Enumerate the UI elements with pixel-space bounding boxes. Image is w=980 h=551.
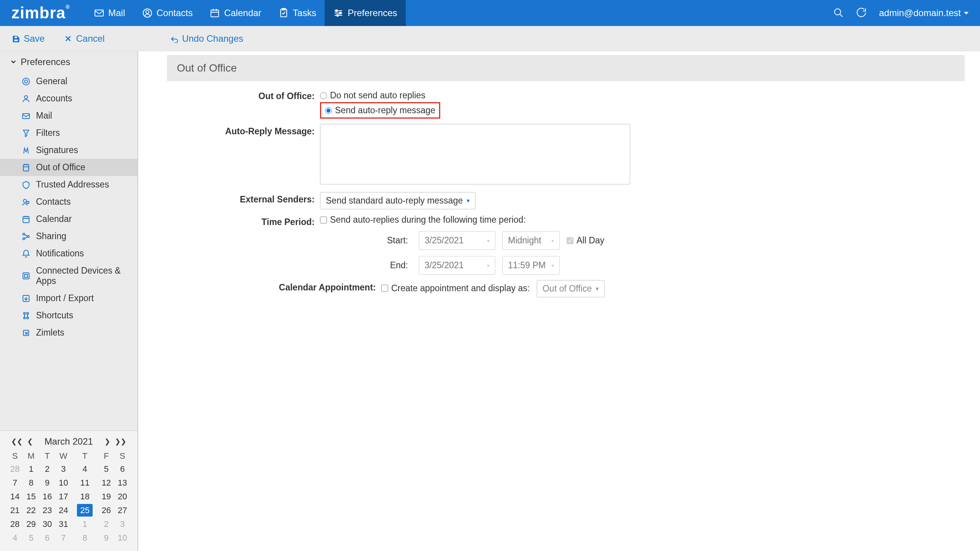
svg-rect-26 <box>27 313 28 314</box>
sidebar-item-import-export[interactable]: Import / Export <box>0 290 137 307</box>
all-day-checkbox-row[interactable]: All Day <box>567 235 604 246</box>
save-button[interactable]: Save <box>11 33 45 44</box>
sidebar-item-mail[interactable]: Mail <box>0 107 137 124</box>
close-icon <box>64 34 72 43</box>
minical-next-year[interactable]: ❯❯ <box>115 437 126 446</box>
minical-day[interactable]: 9 <box>98 531 114 545</box>
create-appointment-checkbox[interactable] <box>381 285 388 292</box>
sidebar-item-calendar[interactable]: Calendar <box>0 210 137 228</box>
time-period-checkbox-row[interactable]: Send auto-replies during the following t… <box>320 215 965 225</box>
autoreply-message-input[interactable] <box>320 124 630 184</box>
cancel-button[interactable]: Cancel <box>64 33 105 44</box>
start-date-input[interactable]: 3/25/2021▾ <box>419 231 495 250</box>
minical-day[interactable]: 13 <box>114 476 131 490</box>
minical-day[interactable]: 15 <box>23 490 39 504</box>
minical-day[interactable]: 12 <box>98 476 114 490</box>
tasks-icon <box>278 8 289 18</box>
minical-day[interactable]: 2 <box>39 462 55 476</box>
minical-day[interactable]: 8 <box>23 476 39 490</box>
minical-day[interactable]: 27 <box>114 504 131 517</box>
minical-day[interactable]: 24 <box>56 504 72 517</box>
minical-day[interactable]: 10 <box>56 476 72 490</box>
minical-day[interactable]: 2 <box>98 517 114 531</box>
minical-day[interactable]: 31 <box>56 517 72 531</box>
external-senders-select[interactable]: Send standard auto-reply message ▾ <box>320 192 475 209</box>
radio-no-autoreply[interactable]: Do not send auto replies <box>320 89 965 102</box>
minical-day[interactable]: 23 <box>39 504 55 517</box>
minical-day[interactable]: 9 <box>39 476 55 490</box>
search-icon[interactable] <box>833 7 844 19</box>
tab-calendar[interactable]: Calendar <box>201 0 270 26</box>
time-period-checkbox[interactable] <box>320 217 327 223</box>
tab-preferences[interactable]: Preferences <box>325 0 405 26</box>
sidebar-item-accounts[interactable]: Accounts <box>0 90 137 107</box>
minical-day[interactable]: 18 <box>72 490 98 504</box>
minical-day[interactable]: 4 <box>7 531 23 545</box>
minical-prev-year[interactable]: ❮❮ <box>11 437 23 446</box>
sidebar-item-general[interactable]: General <box>0 73 137 90</box>
minical-day[interactable]: 28 <box>7 462 23 476</box>
minical-day[interactable]: 7 <box>56 531 72 545</box>
tab-contacts[interactable]: Contacts <box>134 0 201 26</box>
minical-day[interactable]: 28 <box>7 517 23 531</box>
sidebar-item-notifications[interactable]: Notifications <box>0 245 137 262</box>
user-menu[interactable]: admin@domain.test <box>879 8 969 18</box>
minical-day[interactable]: 16 <box>39 490 55 504</box>
minical-day[interactable]: 14 <box>7 490 23 504</box>
minical-day[interactable]: 5 <box>23 531 39 545</box>
minical-day[interactable]: 10 <box>114 531 131 545</box>
minical-day[interactable]: 22 <box>23 504 39 517</box>
minical-next-month[interactable]: ❯ <box>105 437 110 446</box>
appointment-display-select[interactable]: Out of Office ▾ <box>537 280 604 297</box>
minical-day[interactable]: 1 <box>23 462 39 476</box>
sidebar-item-sharing[interactable]: Sharing <box>0 228 137 245</box>
minical-day[interactable]: 1 <box>72 517 98 531</box>
minical-day[interactable]: 5 <box>98 462 114 476</box>
minical-day[interactable]: 20 <box>114 490 131 504</box>
minical-day[interactable]: 3 <box>56 462 72 476</box>
sidebar-item-connected-devices-apps[interactable]: Connected Devices & Apps <box>0 262 137 290</box>
minical-day[interactable]: 29 <box>23 517 39 531</box>
sidebar-header[interactable]: Preferences <box>0 51 137 73</box>
minical-day[interactable]: 11 <box>72 476 98 490</box>
minical-day[interactable]: 21 <box>7 504 23 517</box>
minical-day[interactable]: 17 <box>56 490 72 504</box>
minical-day[interactable]: 6 <box>39 531 55 545</box>
end-date-input[interactable]: 3/25/2021▾ <box>419 256 495 275</box>
all-day-checkbox[interactable] <box>567 237 573 244</box>
minical-day[interactable]: 30 <box>39 517 55 531</box>
undo-button[interactable]: Undo Changes <box>170 33 243 44</box>
splitter[interactable] <box>138 51 152 551</box>
sidebar-item-out-of-office[interactable]: Out of Office <box>0 159 137 176</box>
sidebar-item-filters[interactable]: Filters <box>0 124 137 142</box>
create-appointment-checkbox-row[interactable]: Create appointment and display as: <box>381 283 530 293</box>
tab-tasks[interactable]: Tasks <box>270 0 325 26</box>
sidebar-item-signatures[interactable]: Signatures <box>0 142 137 159</box>
sidebar-item-shortcuts[interactable]: Shortcuts <box>0 307 137 324</box>
radio-send-autoreply[interactable]: Send auto-reply message <box>320 102 440 119</box>
sidebar-item-icon <box>21 328 31 337</box>
radio-no-autoreply-label: Do not send auto replies <box>330 90 425 101</box>
minical-day[interactable]: 19 <box>98 490 114 504</box>
minical-day[interactable]: 3 <box>114 517 131 531</box>
sidebar-item-icon <box>21 146 31 155</box>
radio-send-autoreply-input[interactable] <box>325 107 332 114</box>
minical-day[interactable]: 25 <box>72 504 98 517</box>
minical-day[interactable]: 7 <box>7 476 23 490</box>
sidebar-item-zimlets[interactable]: Zimlets <box>0 324 137 341</box>
minical-day[interactable]: 4 <box>72 462 98 476</box>
start-time-input[interactable]: Midnight▾ <box>502 231 560 250</box>
svg-point-2 <box>146 10 149 13</box>
minical-day[interactable]: 26 <box>98 504 114 517</box>
tab-mail[interactable]: Mail <box>85 0 134 26</box>
sidebar-item-trusted-addresses[interactable]: Trusted Addresses <box>0 176 137 193</box>
refresh-icon[interactable] <box>856 7 867 19</box>
sidebar-item-contacts[interactable]: Contacts <box>0 193 137 210</box>
radio-no-autoreply-input[interactable] <box>320 92 327 99</box>
svg-point-6 <box>340 12 341 14</box>
svg-rect-9 <box>14 39 18 41</box>
minical-prev-month[interactable]: ❮ <box>27 437 33 446</box>
minical-day[interactable]: 6 <box>114 462 131 476</box>
minical-day[interactable]: 8 <box>72 531 98 545</box>
end-time-input[interactable]: 11:59 PM▾ <box>502 256 560 275</box>
